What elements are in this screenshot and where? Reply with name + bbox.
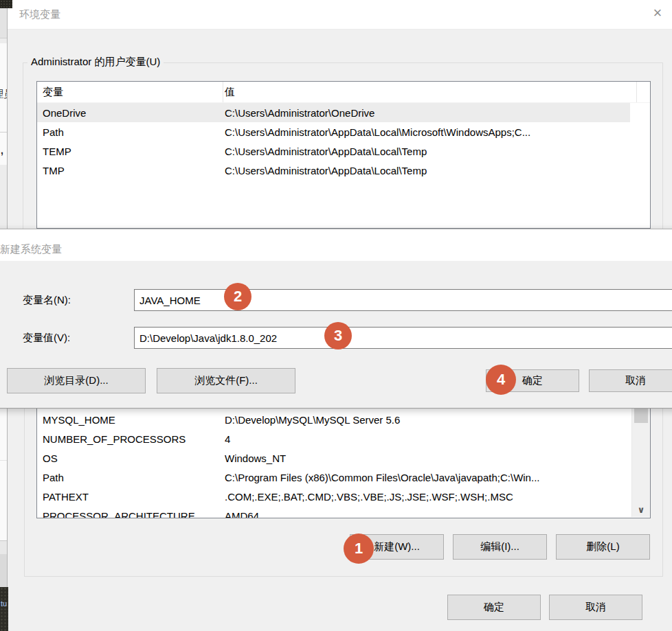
background-segment [0,554,7,587]
table-row[interactable]: Path C:\Program Files (x86)\Common Files… [37,468,630,487]
cell-variable-value: C:\Users\Administrator\OneDrive [225,103,627,122]
cell-variable-name: TEMP [43,141,214,161]
close-icon[interactable]: × [649,4,667,22]
table-row[interactable]: PROCESSOR_ARCHITECTURE AMD64 [37,506,630,518]
cell-variable-name: OneDrive [43,103,214,122]
user-variables-table[interactable]: 变量 值 OneDrive C:\Users\Administrator\One… [36,81,651,229]
cell-variable-value: D:\Develop\MySQL\MySQL Server 5.6 [225,410,627,429]
cancel-button[interactable]: 取消 [549,595,642,620]
cell-variable-name: NUMBER_OF_PROCESSORS [43,429,214,448]
background-text-fragment: 理员 [0,43,7,133]
screenshot-root: 理员 , tu 环境变量 × Administrator 的用户变量(U) 变量… [0,0,672,631]
table-row[interactable]: OS Windows_NT [37,448,630,468]
cell-variable-name: OS [43,448,214,468]
edit-button[interactable]: 编辑(I)... [453,534,547,560]
table-row[interactable]: Path C:\Users\Administrator\AppData\Loca… [37,122,630,141]
cell-variable-name: MYSQL_HOME [43,410,214,429]
cell-variable-value: .COM;.EXE;.BAT;.CMD;.VBS;.VBE;.JS;.JSE;.… [225,487,627,506]
background-segment [0,407,7,461]
scrollbar-thumb[interactable] [634,409,648,423]
annotation-step-1: 1 [344,534,374,564]
cell-variable-name: Path [43,468,214,487]
desktop-fragment: tu [0,587,8,631]
cell-variable-value: Windows_NT [225,448,627,468]
cell-variable-value: C:\Users\Administrator\AppData\Local\Mic… [225,122,627,141]
table-row[interactable]: MYSQL_HOME D:\Develop\MySQL\MySQL Server… [37,410,630,429]
env-dialog-titlebar[interactable]: 环境变量 × [8,0,672,30]
new-dialog-titlebar[interactable]: 新建系统变量 [0,229,672,261]
cell-variable-name: Path [43,122,214,141]
cancel-button[interactable]: 取消 [589,369,672,392]
table-row[interactable]: OneDrive C:\Users\Administrator\OneDrive [37,103,630,122]
user-table-header: 变量 值 [37,82,650,103]
new-system-variable-dialog: 新建系统变量 变量名(N): 变量值(V): 浏览目录(D)... 浏览文件(F… [0,229,672,409]
browse-directory-button[interactable]: 浏览目录(D)... [7,368,146,393]
desktop-corner-fragment [0,0,12,8]
env-dialog-title: 环境变量 [19,8,60,21]
new-dialog-title: 新建系统变量 [0,243,62,256]
cell-variable-value: AMD64 [225,506,627,518]
table-row[interactable]: NUMBER_OF_PROCESSORS 4 [37,429,630,448]
background-segment [0,38,7,43]
cell-variable-name: TMP [43,161,214,180]
table-row[interactable]: PATHEXT .COM;.EXE;.BAT;.CMD;.VBS;.VBE;.J… [37,487,630,506]
variable-name-input[interactable] [134,289,672,311]
vertical-scrollbar[interactable]: ∨ [631,409,650,517]
desktop-icon-label: tu [1,599,7,608]
table-row[interactable]: TMP C:\Users\Administrator\AppData\Local… [37,161,630,180]
browse-file-button[interactable]: 浏览文件(F)... [157,368,295,393]
column-header-value[interactable]: 值 [218,82,637,102]
comma-text-fragment: , [1,145,3,156]
cell-variable-value: 4 [225,429,627,448]
cell-variable-name: PROCESSOR_ARCHITECTURE [43,506,214,518]
variable-value-input[interactable] [134,327,672,349]
annotation-step-2: 2 [224,283,251,310]
table-row[interactable]: TEMP C:\Users\Administrator\AppData\Loca… [37,141,630,161]
scroll-down-icon[interactable]: ∨ [632,503,650,516]
annotation-step-3: 3 [324,322,352,349]
variable-value-label: 变量值(V): [23,332,70,345]
cell-variable-value: C:\Program Files (x86)\Common Files\Orac… [225,468,627,487]
annotation-step-4: 4 [486,365,516,395]
background-segment [0,461,7,540]
column-header-variable[interactable]: 变量 [37,82,223,102]
background-segment: , [0,133,7,165]
background-segment [0,540,7,555]
delete-button[interactable]: 删除(L) [556,534,650,560]
cell-variable-name: PATHEXT [43,487,214,506]
user-variables-group-label: Administrator 的用户变量(U) [27,56,164,69]
variable-name-label: 变量名(N): [23,294,71,307]
background-segment [0,8,7,38]
cell-variable-value: C:\Users\Administrator\AppData\Local\Tem… [225,141,627,161]
ok-button[interactable]: 确定 [447,595,541,620]
clipped-text: 理员 [0,88,7,101]
background-segment [0,165,7,229]
cell-variable-value: C:\Users\Administrator\AppData\Local\Tem… [225,161,627,180]
